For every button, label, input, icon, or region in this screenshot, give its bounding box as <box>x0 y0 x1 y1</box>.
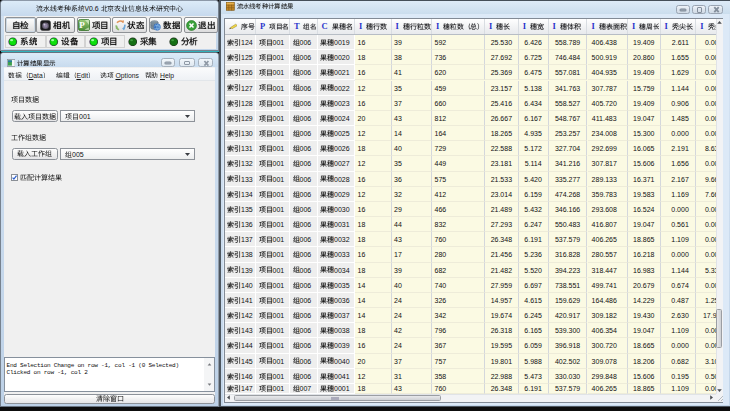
svg-text:P: P <box>79 20 85 30</box>
